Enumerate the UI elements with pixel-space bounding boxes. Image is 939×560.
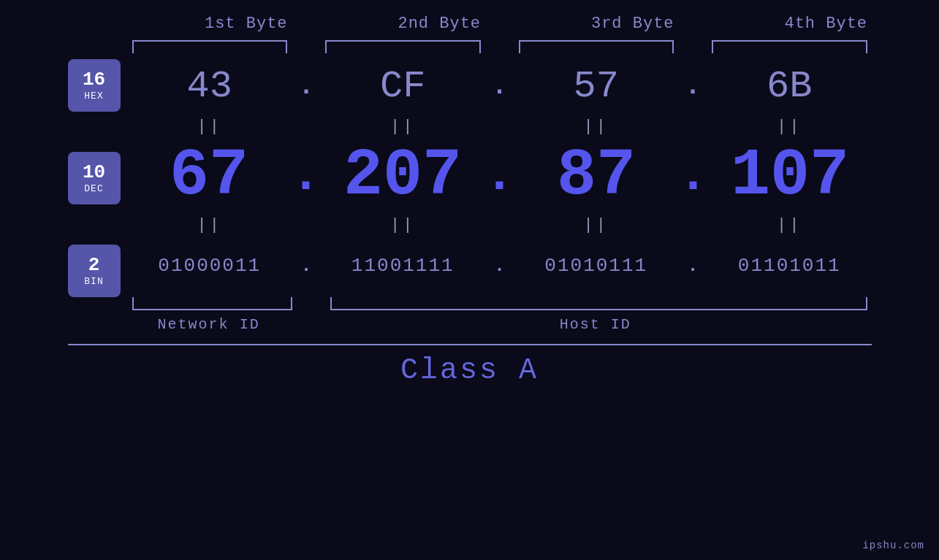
main-container: 1st Byte 2nd Byte 3rd Byte 4th Byte 16 H… — [68, 15, 872, 387]
top-brackets — [68, 40, 872, 53]
bin-dot3: . — [678, 256, 707, 275]
dec-dot3: . — [677, 150, 708, 202]
dec-dot2: . — [484, 150, 514, 202]
bracket-top-4 — [712, 40, 867, 53]
byte3-header: 3rd Byte — [551, 15, 715, 33]
bin-b4: 01101011 — [707, 255, 872, 277]
bin-b2: 11001111 — [321, 255, 485, 277]
dec-badge: 10 DEC — [68, 152, 121, 204]
eq1-b1: || — [128, 118, 292, 136]
dec-dot1: . — [290, 150, 321, 202]
values-grid: 43 . CF . 57 . 6B || || || || 67 — [128, 59, 872, 333]
hex-b1: 43 — [128, 65, 292, 108]
dec-b2: 207 — [322, 139, 484, 213]
hex-b3: 57 — [514, 65, 679, 108]
hex-row: 43 . CF . 57 . 6B — [128, 59, 872, 114]
bracket-top-1 — [132, 40, 288, 53]
bin-badge: 2 BIN — [68, 245, 121, 297]
bracket-network — [132, 297, 292, 310]
eq1-b3: || — [514, 118, 679, 136]
hex-b2: CF — [321, 65, 485, 108]
equals-row-1: || || || || — [128, 114, 872, 139]
bracket-top-2 — [325, 40, 481, 53]
eq2-b3: || — [514, 216, 679, 234]
eq2-b4: || — [707, 216, 872, 234]
byte2-header: 2nd Byte — [357, 15, 522, 33]
eq2-b1: || — [128, 216, 292, 234]
hex-dot3: . — [678, 74, 707, 100]
id-labels: Network ID Host ID — [128, 316, 872, 333]
bracket-top-3 — [519, 40, 674, 53]
full-bracket-line — [68, 344, 872, 345]
bottom-brackets — [128, 297, 872, 310]
byte-headers: 1st Byte 2nd Byte 3rd Byte 4th Byte — [104, 15, 908, 33]
equals-row-2: || || || || — [128, 212, 872, 238]
dec-b3: 87 — [515, 139, 678, 213]
eq2-b2: || — [321, 216, 485, 234]
hex-dot2: . — [485, 74, 514, 100]
bin-row: 01000011 . 11001111 . 01010111 . 0110101… — [128, 238, 872, 293]
hex-b4: 6B — [707, 65, 872, 108]
host-id-label: Host ID — [319, 316, 872, 333]
bin-dot1: . — [292, 256, 321, 275]
class-label: Class A — [400, 354, 539, 387]
byte4-header: 4th Byte — [744, 15, 908, 33]
rows-area: 16 HEX 10 DEC 2 BIN 43 . CF . 57 . 6B — [68, 59, 872, 333]
dec-row: 67 . 207 . 87 . 107 — [128, 139, 872, 212]
bracket-host — [330, 297, 867, 310]
byte1-header: 1st Byte — [164, 15, 329, 33]
bin-dot2: . — [485, 256, 514, 275]
dec-b4: 107 — [709, 139, 872, 213]
bin-b3: 01010111 — [514, 255, 679, 277]
network-id-label: Network ID — [128, 316, 290, 333]
eq1-b2: || — [321, 118, 485, 136]
base-labels: 16 HEX 10 DEC 2 BIN — [68, 59, 121, 297]
hex-dot1: . — [292, 74, 321, 100]
eq1-b4: || — [707, 118, 872, 136]
dec-b1: 67 — [128, 139, 291, 213]
bin-b1: 01000011 — [128, 255, 292, 277]
hex-badge: 16 HEX — [68, 59, 121, 112]
watermark: ipshu.com — [862, 540, 924, 551]
